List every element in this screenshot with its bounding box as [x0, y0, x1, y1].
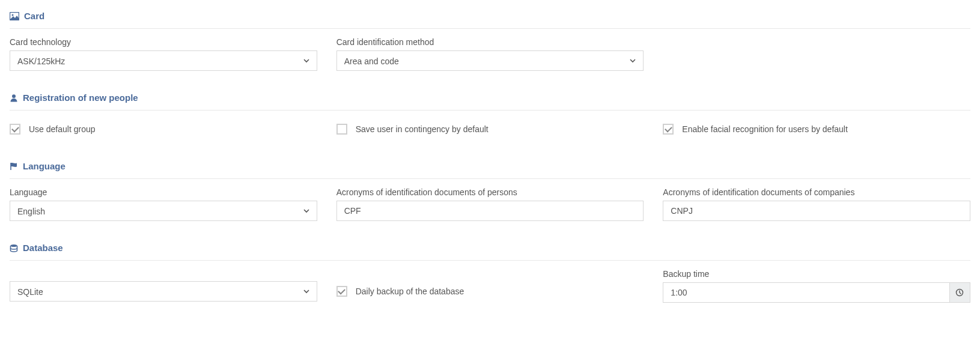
svg-point-2	[12, 94, 16, 98]
section-database: Database SQLite Daily backup of the data…	[10, 243, 970, 303]
persons-acronym-input[interactable]	[336, 201, 644, 221]
section-registration-title: Registration of new people	[23, 93, 138, 103]
database-engine-select[interactable]: SQLite	[10, 281, 317, 302]
companies-acronym-label: Acronyms of identification documents of …	[663, 187, 970, 197]
section-registration: Registration of new people Use default g…	[10, 93, 970, 139]
image-icon	[10, 12, 19, 20]
flag-icon	[10, 162, 18, 171]
section-database-title: Database	[23, 243, 63, 253]
save-contingency-row: Save user in contingency by default	[336, 119, 644, 139]
card-id-method-select[interactable]: Area and code	[336, 50, 644, 71]
svg-point-3	[11, 244, 17, 247]
daily-backup-label: Daily backup of the database	[356, 287, 464, 296]
language-select-label: Language	[10, 187, 317, 197]
section-card-header: Card	[10, 11, 970, 29]
section-card-title: Card	[24, 11, 44, 21]
card-technology-label: Card technology	[10, 37, 317, 47]
daily-backup-checkbox[interactable]	[336, 286, 347, 297]
save-contingency-label: Save user in contingency by default	[356, 124, 488, 134]
enable-facial-checkbox[interactable]	[663, 124, 674, 135]
use-default-group-label: Use default group	[29, 124, 96, 134]
card-technology-select[interactable]: ASK/125kHz	[10, 50, 317, 71]
clock-icon	[955, 288, 964, 297]
save-contingency-checkbox[interactable]	[336, 124, 347, 135]
backup-time-label: Backup time	[663, 269, 970, 279]
persons-acronym-label: Acronyms of identification documents of …	[336, 187, 644, 197]
backup-time-clock-button[interactable]	[949, 282, 970, 303]
section-language: Language Language English Acronyms of id…	[10, 161, 970, 221]
daily-backup-row: Daily backup of the database	[336, 281, 644, 302]
use-default-group-checkbox[interactable]	[10, 124, 20, 135]
svg-point-1	[12, 14, 14, 16]
enable-facial-row: Enable facial recognition for users by d…	[663, 119, 970, 139]
section-registration-header: Registration of new people	[10, 93, 970, 111]
section-language-title: Language	[23, 161, 65, 171]
enable-facial-label: Enable facial recognition for users by d…	[682, 124, 848, 134]
user-icon	[10, 94, 18, 102]
section-database-header: Database	[10, 243, 970, 261]
section-card: Card Card technology ASK/125kHz Card ide…	[10, 11, 970, 71]
companies-acronym-input[interactable]	[663, 201, 970, 221]
use-default-group-row: Use default group	[10, 119, 317, 139]
section-language-header: Language	[10, 161, 970, 179]
database-icon	[10, 244, 18, 252]
language-select[interactable]: English	[10, 201, 317, 221]
card-id-method-label: Card identification method	[336, 37, 644, 47]
backup-time-input[interactable]	[663, 282, 949, 303]
